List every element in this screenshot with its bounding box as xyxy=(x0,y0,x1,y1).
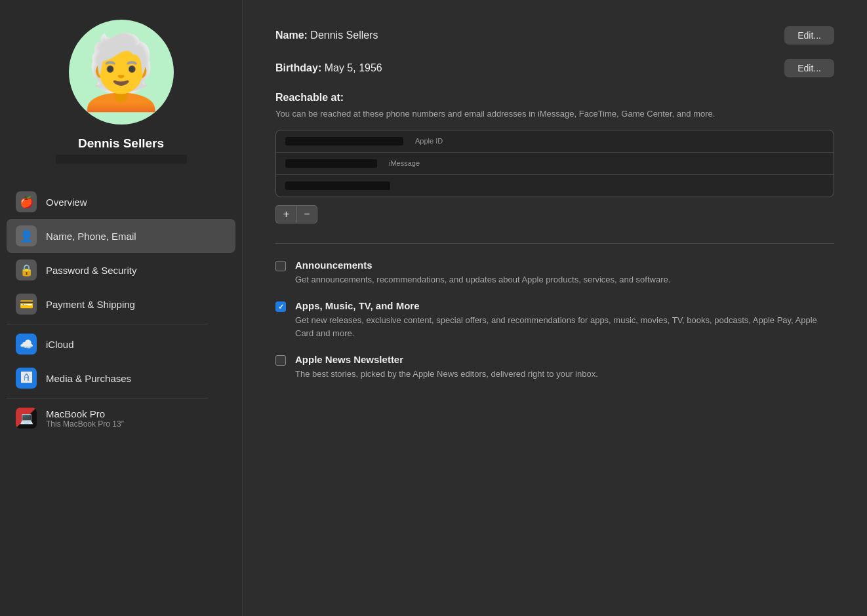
sidebar-item-media-purchases[interactable]: 🅰Media & Purchases xyxy=(7,361,235,395)
checkbox-apple-news-newsletter[interactable] xyxy=(275,355,286,366)
reachable-section-title: Reachable at: xyxy=(275,92,834,104)
subscription-item-apple-news-newsletter: Apple News NewsletterThe best stories, p… xyxy=(275,354,834,381)
media-purchases-icon: 🅰 xyxy=(16,368,37,389)
sidebar-item-name-phone-email[interactable]: 👤Name, Phone, Email xyxy=(7,219,235,253)
sidebar-item-label-name-phone-email: Name, Phone, Email xyxy=(46,231,136,242)
sub-title-announcements: Announcements xyxy=(295,260,670,271)
contact-row-0[interactable]: Apple ID xyxy=(276,130,834,153)
sub-desc-announcements: Get announcements, recommendations, and … xyxy=(295,273,670,286)
sidebar-item-label-overview: Overview xyxy=(46,197,87,208)
contact-badge-0: Apple ID xyxy=(415,137,443,145)
contact-box: Apple IDiMessage xyxy=(275,130,834,197)
avatar: 🧑‍🦳 xyxy=(69,20,174,125)
password-security-icon: 🔒 xyxy=(16,260,37,280)
avatar-emoji: 🧑‍🦳 xyxy=(76,36,166,108)
checkbox-apps-music-tv[interactable] xyxy=(275,301,286,312)
birthday-label: Birthday: May 5, 1956 xyxy=(275,62,382,74)
redacted-bar-2 xyxy=(285,182,390,190)
sub-title-apple-news-newsletter: Apple News Newsletter xyxy=(295,354,598,365)
contact-badge-1: iMessage xyxy=(389,159,420,167)
sidebar-item-label-password-security: Password & Security xyxy=(46,265,136,276)
main-content: Name: Dennis Sellers Edit... Birthday: M… xyxy=(243,0,867,616)
subscriptions-list: AnnouncementsGet announcements, recommen… xyxy=(275,260,834,381)
sidebar-item-label-macbook-pro: MacBook Pro xyxy=(46,408,124,419)
name-label: Name: Dennis Sellers xyxy=(275,29,378,41)
sidebar-item-overview[interactable]: 🍎Overview xyxy=(7,185,235,219)
sidebar-item-payment-shipping[interactable]: 💳Payment & Shipping xyxy=(7,287,235,321)
overview-icon: 🍎 xyxy=(16,191,37,212)
sub-desc-apple-news-newsletter: The best stories, picked by the Apple Ne… xyxy=(295,368,598,381)
contact-row-2[interactable] xyxy=(276,175,834,197)
edit-name-button[interactable]: Edit... xyxy=(784,26,834,45)
remove-contact-button[interactable]: − xyxy=(296,205,317,223)
sub-text-announcements: AnnouncementsGet announcements, recommen… xyxy=(295,260,670,286)
sidebar-item-icloud[interactable]: ☁️iCloud xyxy=(7,327,235,361)
section-separator xyxy=(275,243,834,244)
sidebar-item-password-security[interactable]: 🔒Password & Security xyxy=(7,253,235,287)
reachable-section-desc: You can be reached at these phone number… xyxy=(275,107,834,121)
redacted-bar-0 xyxy=(285,137,403,145)
sidebar-item-label-media-purchases: Media & Purchases xyxy=(46,373,131,384)
redacted-bar-1 xyxy=(285,159,377,168)
macbook-pro-icon: 💻 xyxy=(16,408,37,429)
sub-text-apple-news-newsletter: Apple News NewsletterThe best stories, p… xyxy=(295,354,598,381)
user-name: Dennis Sellers xyxy=(78,136,164,151)
sidebar-item-macbook-pro[interactable]: 💻MacBook ProThis MacBook Pro 13″ xyxy=(7,401,235,435)
name-row: Name: Dennis Sellers Edit... xyxy=(275,26,834,45)
divider-macbook-pro xyxy=(7,398,208,398)
contact-row-1[interactable]: iMessage xyxy=(276,153,834,175)
subscription-item-announcements: AnnouncementsGet announcements, recommen… xyxy=(275,260,834,286)
checkbox-announcements[interactable] xyxy=(275,261,286,271)
user-email-redacted xyxy=(56,155,187,164)
sidebar-item-text-macbook-pro: MacBook ProThis MacBook Pro 13″ xyxy=(46,408,124,429)
sub-text-apps-music-tv: Apps, Music, TV, and MoreGet new release… xyxy=(295,300,834,339)
sub-title-apps-music-tv: Apps, Music, TV, and More xyxy=(295,300,834,311)
nav-list: 🍎Overview👤Name, Phone, Email🔒Password & … xyxy=(0,182,242,438)
sidebar-item-label-payment-shipping: Payment & Shipping xyxy=(46,299,135,310)
sidebar-item-label-icloud: iCloud xyxy=(46,339,74,350)
sidebar: 🧑‍🦳 Dennis Sellers 🍎Overview👤Name, Phone… xyxy=(0,0,243,616)
sub-desc-apps-music-tv: Get new releases, exclusive content, spe… xyxy=(295,314,834,339)
sidebar-item-sublabel-macbook-pro: This MacBook Pro 13″ xyxy=(46,419,124,429)
payment-shipping-icon: 💳 xyxy=(16,294,37,315)
divider-icloud xyxy=(7,324,208,324)
add-remove-bar: + − xyxy=(275,205,834,223)
name-phone-email-icon: 👤 xyxy=(16,225,37,246)
edit-birthday-button[interactable]: Edit... xyxy=(784,59,834,77)
icloud-icon: ☁️ xyxy=(16,334,37,355)
subscription-item-apps-music-tv: Apps, Music, TV, and MoreGet new release… xyxy=(275,300,834,339)
birthday-row: Birthday: May 5, 1956 Edit... xyxy=(275,59,834,77)
add-contact-button[interactable]: + xyxy=(275,205,296,223)
